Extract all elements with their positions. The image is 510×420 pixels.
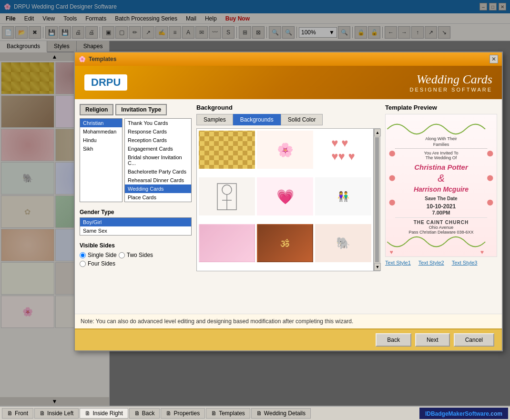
text-style3[interactable]: Text Style3 [452, 260, 478, 266]
svg-point-1 [222, 185, 232, 195]
back-icon: 🗎 [134, 410, 140, 417]
gender-label: Gender Type [80, 209, 192, 215]
modal-title: 🌸 Templates [79, 56, 116, 62]
tab-inside-left[interactable]: 🗎 Inside Left [34, 408, 79, 419]
modal-left-section: Religion Invitation Type Christian Moham… [80, 104, 192, 309]
gender-list: Boy/Girl Same Sex [80, 217, 192, 236]
radio-single-side-input[interactable] [80, 252, 86, 258]
corner-brand: IDBadgeMakerSoftware.com [419, 408, 508, 419]
tab-templates[interactable]: 🗎 Templates [206, 408, 250, 419]
templates-icon: 🗎 [211, 410, 217, 417]
bg-tile-6[interactable]: 👫 [315, 177, 371, 215]
bg-tabs: Samples Backgrounds Solid Color [196, 114, 380, 125]
wedding-cards-brand: Wedding Cards DESIGNER SOFTWARE [410, 72, 492, 92]
inside-right-icon: 🗎 [85, 410, 91, 417]
invitation-item-wedding[interactable]: Wedding Cards [125, 184, 191, 193]
wedding-details-icon: 🗎 [256, 410, 262, 417]
text-styles: Text Style1 Text Style2 Text Style3 [385, 260, 497, 266]
bg-scrollbar: ▲ ▼ [374, 128, 380, 271]
tab-front[interactable]: 🗎 Front [2, 408, 33, 419]
bg-tile-2[interactable]: 🌸 [257, 131, 313, 169]
invitation-list: Thank You Cards Response Cards Reception… [124, 118, 192, 202]
radio-four-sides-label: Four Sides [88, 260, 115, 267]
card-date: 10-10-2021 [395, 203, 487, 210]
bg-tile-3[interactable]: ♥ ♥♥♥ ♥ [315, 131, 371, 169]
radio-single-side-label: Single Side [88, 252, 117, 258]
invitation-item-bachelorette[interactable]: Bachelorette Party Cards [125, 167, 191, 176]
card-venue: THE CAINT CHURCH [395, 217, 487, 225]
visible-sides-section: Visible Sides Single Side Two Sides Four… [80, 242, 192, 267]
lists-row: Christian Mohammedan Hindu Sikh Thank Yo… [80, 118, 192, 202]
invitation-item-reception[interactable]: Reception Cards [125, 136, 191, 144]
invitation-item-place[interactable]: Place Cards [125, 193, 191, 202]
scroll-down[interactable]: ▼ [374, 263, 381, 271]
gender-item-samesex[interactable]: Same Sex [80, 226, 191, 235]
religion-label[interactable]: Religion [80, 104, 113, 115]
templates-modal: 🌸 Templates ✕ DRPU Wedding Cards DESIGNE… [74, 51, 503, 351]
invitation-item-engagement[interactable]: Engagement Cards [125, 144, 191, 153]
next-button[interactable]: Next [415, 333, 450, 347]
svg-text:♥: ♥ [390, 249, 393, 256]
radio-four-sides-input[interactable] [80, 261, 86, 267]
card-line2: Families [395, 142, 487, 149]
tab-wedding-details[interactable]: 🗎 Wedding Details [251, 408, 311, 419]
gender-item-boygirl[interactable]: Boy/Girl [80, 218, 191, 226]
religion-item-mohammedan[interactable]: Mohammedan [80, 127, 122, 136]
modal-footer: Back Next Cancel [75, 328, 502, 350]
background-label: Background [196, 104, 380, 111]
bg-tab-samples[interactable]: Samples [196, 114, 233, 125]
card-save-date: Save The Date [395, 196, 487, 201]
svg-text:♥: ♥ [480, 249, 484, 256]
modal-body: Religion Invitation Type Christian Moham… [75, 99, 502, 314]
bg-grid-wrapper: 🌸 ♥ ♥♥♥ ♥ [196, 128, 380, 271]
invitation-item-thankyou[interactable]: Thank You Cards [125, 119, 191, 127]
religion-item-christian[interactable]: Christian [80, 119, 122, 127]
preview-label: Template Preview [385, 104, 497, 111]
invitation-item-bridal[interactable]: Bridal shower Invitation C... [125, 153, 191, 167]
text-style1[interactable]: Text Style1 [385, 260, 411, 266]
card-line4: The Wedding Of [395, 155, 487, 160]
front-icon: 🗎 [7, 410, 13, 417]
invitation-type-label[interactable]: Invitation Type [115, 104, 167, 115]
invitation-item-rehearsal[interactable]: Rehearsal Dinner Cards [125, 176, 191, 184]
bg-tile-1[interactable] [199, 131, 255, 169]
modal-overlay: 🌸 Templates ✕ DRPU Wedding Cards DESIGNE… [0, 0, 510, 420]
preview-card: ♥ ♥ Along With Their Families You Are In… [385, 114, 497, 257]
card-name1: Christina Potter [395, 163, 487, 171]
invitation-item-response[interactable]: Response Cards [125, 127, 191, 136]
bg-image-grid: 🌸 ♥ ♥♥♥ ♥ [196, 128, 374, 271]
modal-note: Note: You can also do advanced level edi… [75, 314, 502, 328]
text-style2[interactable]: Text Style2 [418, 260, 444, 266]
bg-tile-5[interactable]: 💗 [257, 177, 313, 215]
bg-tile-8[interactable]: 🕉 [257, 224, 313, 262]
tab-inside-right[interactable]: 🗎 Inside Right [80, 408, 128, 419]
modal-close-button[interactable]: ✕ [490, 55, 498, 63]
radio-two-sides-label: Two Sides [127, 252, 153, 258]
tab-properties[interactable]: 🗎 Properties [161, 408, 205, 419]
religion-list: Christian Mohammedan Hindu Sikh [80, 118, 122, 202]
card-name2: Harrison Mcguire [395, 185, 487, 193]
religion-item-sikh[interactable]: Sikh [80, 144, 122, 153]
preview-inner: ♥ ♥ Along With Their Families You Are In… [386, 114, 497, 256]
drpu-logo: DRPU [84, 74, 127, 91]
bg-tile-9[interactable]: 🐘 [315, 224, 371, 262]
card-address1: Ohio Avenue [395, 225, 487, 230]
bg-tab-backgrounds[interactable]: Backgrounds [233, 114, 281, 125]
card-line3: You Are Invited To [395, 151, 487, 155]
back-button[interactable]: Back [376, 333, 411, 347]
card-ampersand: & [395, 172, 487, 184]
radio-two-sides-input[interactable] [119, 252, 125, 258]
bg-tile-7[interactable] [199, 224, 255, 262]
bg-tab-solid[interactable]: Solid Color [281, 114, 323, 125]
tab-back[interactable]: 🗎 Back [129, 408, 160, 419]
card-address2: Pass Christian Delaware 038-6XX [395, 230, 487, 235]
card-time: 7.00PM [395, 210, 487, 215]
gender-section: Gender Type Boy/Girl Same Sex [80, 209, 192, 236]
bg-tile-4[interactable] [199, 177, 255, 215]
cancel-button[interactable]: Cancel [454, 333, 494, 347]
section-labels: Religion Invitation Type [80, 104, 192, 115]
religion-item-hindu[interactable]: Hindu [80, 136, 122, 144]
background-section: Background Samples Backgrounds Solid Col… [196, 104, 380, 309]
radio-single-side: Single Side Two Sides [80, 252, 192, 258]
scroll-up[interactable]: ▲ [374, 129, 381, 136]
